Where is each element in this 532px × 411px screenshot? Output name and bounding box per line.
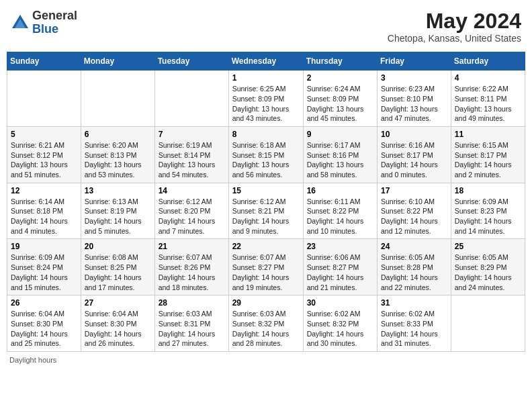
- day-info: Sunrise: 6:04 AMSunset: 8:30 PMDaylight:…: [85, 309, 151, 349]
- day-info: Sunrise: 6:12 AMSunset: 8:21 PMDaylight:…: [232, 197, 300, 236]
- day-info: Sunrise: 6:03 AMSunset: 8:32 PMDaylight:…: [232, 309, 300, 349]
- day-info: Sunrise: 6:04 AMSunset: 8:30 PMDaylight:…: [11, 309, 77, 349]
- logo: General Blue: [11, 9, 77, 36]
- day-number: 23: [307, 242, 373, 251]
- calendar-week-row: 19Sunrise: 6:09 AMSunset: 8:24 PMDayligh…: [7, 239, 525, 295]
- calendar-cell: 25Sunrise: 6:05 AMSunset: 8:29 PMDayligh…: [451, 239, 525, 295]
- day-number: 12: [11, 186, 77, 195]
- logo-icon: [11, 13, 30, 32]
- day-number: 6: [85, 130, 151, 139]
- day-number: 17: [381, 186, 447, 195]
- day-number: 4: [455, 73, 521, 83]
- calendar-cell: 12Sunrise: 6:14 AMSunset: 8:18 PMDayligh…: [7, 183, 81, 239]
- day-number: 3: [381, 73, 447, 83]
- calendar-cell: 28Sunrise: 6:03 AMSunset: 8:31 PMDayligh…: [154, 295, 228, 352]
- calendar-day-header: Tuesday: [154, 52, 228, 71]
- day-info: Sunrise: 6:13 AMSunset: 8:19 PMDaylight:…: [85, 197, 151, 236]
- day-number: 5: [11, 130, 77, 139]
- calendar-cell: [451, 295, 525, 352]
- calendar-cell: 8Sunrise: 6:18 AMSunset: 8:15 PMDaylight…: [228, 126, 303, 183]
- day-info: Sunrise: 6:09 AMSunset: 8:23 PMDaylight:…: [455, 197, 521, 236]
- calendar-cell: 6Sunrise: 6:20 AMSunset: 8:13 PMDaylight…: [81, 126, 154, 183]
- calendar-cell: 21Sunrise: 6:07 AMSunset: 8:26 PMDayligh…: [154, 239, 228, 295]
- day-number: 26: [11, 298, 77, 308]
- day-number: 22: [232, 242, 300, 251]
- month-year-title: May 2024: [388, 9, 521, 33]
- day-number: 31: [381, 298, 447, 308]
- calendar-cell: 10Sunrise: 6:16 AMSunset: 8:17 PMDayligh…: [378, 126, 451, 183]
- day-number: 10: [381, 130, 447, 139]
- calendar-cell: 27Sunrise: 6:04 AMSunset: 8:30 PMDayligh…: [81, 295, 154, 352]
- calendar-cell: 30Sunrise: 6:02 AMSunset: 8:32 PMDayligh…: [303, 295, 377, 352]
- day-info: Sunrise: 6:07 AMSunset: 8:27 PMDaylight:…: [232, 253, 300, 292]
- calendar-day-header: Saturday: [451, 52, 525, 71]
- calendar-cell: 19Sunrise: 6:09 AMSunset: 8:24 PMDayligh…: [7, 239, 81, 295]
- day-number: 8: [232, 130, 300, 139]
- logo-general-text: General: [32, 9, 77, 22]
- calendar-cell: 2Sunrise: 6:24 AMSunset: 8:09 PMDaylight…: [303, 71, 377, 127]
- day-number: 13: [85, 186, 151, 195]
- day-number: 29: [232, 298, 300, 308]
- day-info: Sunrise: 6:06 AMSunset: 8:27 PMDaylight:…: [307, 253, 373, 292]
- calendar-day-header: Friday: [378, 52, 451, 71]
- calendar-table: SundayMondayTuesdayWednesdayThursdayFrid…: [7, 52, 525, 352]
- calendar-cell: 26Sunrise: 6:04 AMSunset: 8:30 PMDayligh…: [7, 295, 81, 352]
- day-info: Sunrise: 6:20 AMSunset: 8:13 PMDaylight:…: [85, 140, 151, 180]
- calendar-cell: 4Sunrise: 6:22 AMSunset: 8:11 PMDaylight…: [451, 71, 525, 127]
- calendar-cell: 17Sunrise: 6:10 AMSunset: 8:22 PMDayligh…: [378, 183, 451, 239]
- day-number: 16: [307, 186, 373, 195]
- day-info: Sunrise: 6:09 AMSunset: 8:24 PMDaylight:…: [11, 253, 77, 292]
- day-info: Sunrise: 6:05 AMSunset: 8:28 PMDaylight:…: [381, 253, 447, 292]
- calendar-cell: 7Sunrise: 6:19 AMSunset: 8:14 PMDaylight…: [154, 126, 228, 183]
- day-number: 18: [455, 186, 521, 195]
- day-number: 9: [307, 130, 373, 139]
- calendar-day-header: Wednesday: [228, 52, 303, 71]
- day-number: 14: [159, 186, 225, 195]
- calendar-footer: Daylight hours: [7, 356, 525, 364]
- day-number: 11: [455, 130, 521, 139]
- calendar-cell: 23Sunrise: 6:06 AMSunset: 8:27 PMDayligh…: [303, 239, 377, 295]
- calendar-cell: 14Sunrise: 6:12 AMSunset: 8:20 PMDayligh…: [154, 183, 228, 239]
- day-number: 20: [85, 242, 151, 251]
- day-info: Sunrise: 6:16 AMSunset: 8:17 PMDaylight:…: [381, 140, 447, 180]
- calendar-cell: 13Sunrise: 6:13 AMSunset: 8:19 PMDayligh…: [81, 183, 154, 239]
- calendar-cell: [154, 71, 228, 127]
- day-number: 7: [159, 130, 225, 139]
- day-number: 1: [232, 73, 300, 83]
- day-info: Sunrise: 6:22 AMSunset: 8:11 PMDaylight:…: [455, 84, 521, 124]
- calendar-cell: [7, 71, 81, 127]
- calendar-cell: 5Sunrise: 6:21 AMSunset: 8:12 PMDaylight…: [7, 126, 81, 183]
- day-number: 30: [307, 298, 373, 308]
- daylight-hours-label: Daylight hours: [9, 356, 56, 364]
- day-info: Sunrise: 6:23 AMSunset: 8:10 PMDaylight:…: [381, 84, 447, 124]
- calendar-cell: 18Sunrise: 6:09 AMSunset: 8:23 PMDayligh…: [451, 183, 525, 239]
- calendar-cell: 20Sunrise: 6:08 AMSunset: 8:25 PMDayligh…: [81, 239, 154, 295]
- calendar-week-row: 5Sunrise: 6:21 AMSunset: 8:12 PMDaylight…: [7, 126, 525, 183]
- page-header: General Blue May 2024 Chetopa, Kansas, U…: [7, 7, 525, 46]
- calendar-day-header: Thursday: [303, 52, 377, 71]
- calendar-cell: 22Sunrise: 6:07 AMSunset: 8:27 PMDayligh…: [228, 239, 303, 295]
- day-number: 19: [11, 242, 77, 251]
- day-info: Sunrise: 6:03 AMSunset: 8:31 PMDaylight:…: [159, 309, 225, 349]
- calendar-cell: 1Sunrise: 6:25 AMSunset: 8:09 PMDaylight…: [228, 71, 303, 127]
- calendar-cell: 29Sunrise: 6:03 AMSunset: 8:32 PMDayligh…: [228, 295, 303, 352]
- calendar-cell: 11Sunrise: 6:15 AMSunset: 8:17 PMDayligh…: [451, 126, 525, 183]
- calendar-week-row: 12Sunrise: 6:14 AMSunset: 8:18 PMDayligh…: [7, 183, 525, 239]
- day-info: Sunrise: 6:02 AMSunset: 8:32 PMDaylight:…: [307, 309, 373, 349]
- calendar-cell: 24Sunrise: 6:05 AMSunset: 8:28 PMDayligh…: [378, 239, 451, 295]
- day-info: Sunrise: 6:19 AMSunset: 8:14 PMDaylight:…: [159, 140, 225, 180]
- calendar-day-header: Monday: [81, 52, 154, 71]
- day-info: Sunrise: 6:18 AMSunset: 8:15 PMDaylight:…: [232, 140, 300, 180]
- day-info: Sunrise: 6:05 AMSunset: 8:29 PMDaylight:…: [455, 253, 521, 292]
- calendar-cell: 9Sunrise: 6:17 AMSunset: 8:16 PMDaylight…: [303, 126, 377, 183]
- calendar-cell: 31Sunrise: 6:02 AMSunset: 8:33 PMDayligh…: [378, 295, 451, 352]
- calendar-cell: 15Sunrise: 6:12 AMSunset: 8:21 PMDayligh…: [228, 183, 303, 239]
- day-info: Sunrise: 6:12 AMSunset: 8:20 PMDaylight:…: [159, 197, 225, 236]
- day-number: 21: [159, 242, 225, 251]
- calendar-cell: 3Sunrise: 6:23 AMSunset: 8:10 PMDaylight…: [378, 71, 451, 127]
- day-info: Sunrise: 6:24 AMSunset: 8:09 PMDaylight:…: [307, 84, 373, 124]
- day-info: Sunrise: 6:15 AMSunset: 8:17 PMDaylight:…: [455, 140, 521, 180]
- day-info: Sunrise: 6:07 AMSunset: 8:26 PMDaylight:…: [159, 253, 225, 292]
- location-subtitle: Chetopa, Kansas, United States: [388, 33, 521, 44]
- calendar-day-header: Sunday: [7, 52, 81, 71]
